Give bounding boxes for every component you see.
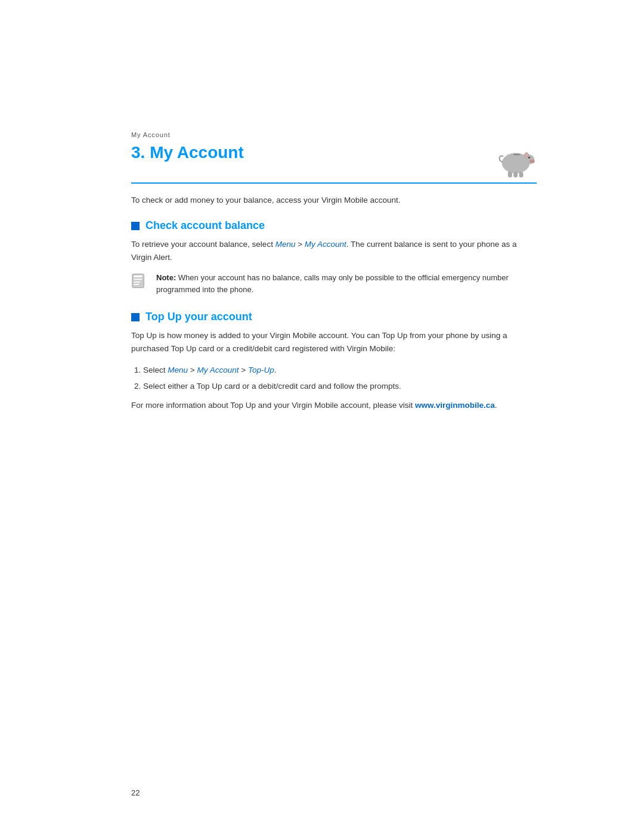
breadcrumb: My Account (131, 131, 537, 138)
top-up-step-1: Select Menu > My Account > Top-Up. (143, 364, 537, 377)
svg-rect-17 (134, 284, 139, 286)
note-box: Note: When your account has no balance, … (131, 272, 537, 295)
top-up-steps: Select Menu > My Account > Top-Up. Selec… (143, 364, 537, 393)
svg-point-8 (529, 157, 530, 157)
svg-point-3 (525, 153, 528, 157)
step1-topup-link[interactable]: Top-Up (248, 366, 274, 374)
svg-point-6 (532, 160, 534, 162)
check-balance-body: To retrieve your account balance, select… (131, 238, 537, 264)
top-up-heading: Top Up your account (131, 311, 537, 323)
step1-menu-link[interactable]: Menu (168, 366, 188, 374)
svg-point-7 (528, 157, 530, 159)
top-up-section: Top Up your account Top Up is how money … (131, 311, 537, 411)
svg-point-5 (531, 160, 532, 162)
svg-rect-16 (134, 281, 140, 283)
step1-myaccount-link[interactable]: My Account (197, 366, 239, 374)
svg-rect-11 (513, 172, 518, 177)
svg-rect-15 (134, 279, 142, 280)
menu-link[interactable]: Menu (275, 240, 296, 249)
top-up-intro: Top Up is how money is added to your Vir… (131, 329, 537, 355)
piggy-bank-icon (495, 143, 537, 179)
page-container: My Account 3. My Account (0, 0, 644, 833)
note-text: Note: When your account has no balance, … (156, 272, 537, 295)
top-up-step-2: Select either a Top Up card or a debit/c… (143, 380, 537, 393)
my-account-link[interactable]: My Account (305, 240, 346, 249)
check-balance-heading: Check account balance (131, 219, 537, 232)
chapter-title: 3. My Account (131, 143, 244, 162)
check-balance-title: Check account balance (145, 219, 265, 232)
svg-rect-10 (508, 172, 512, 178)
section-square-check (131, 222, 140, 230)
page-number: 22 (131, 788, 140, 797)
section-square-topup (131, 313, 140, 321)
website-link[interactable]: www.virginmobile.ca (415, 401, 495, 410)
svg-point-4 (530, 159, 535, 164)
note-icon (131, 272, 150, 289)
chapter-header-row: 3. My Account (131, 143, 537, 184)
top-up-title: Top Up your account (145, 311, 252, 323)
more-info-text: For more information about Top Up and yo… (131, 399, 537, 412)
svg-rect-12 (519, 172, 523, 177)
svg-rect-9 (513, 154, 520, 155)
intro-text: To check or add money to your balance, a… (131, 194, 537, 206)
check-balance-section: Check account balance To retrieve your a… (131, 219, 537, 295)
svg-rect-14 (134, 276, 142, 278)
